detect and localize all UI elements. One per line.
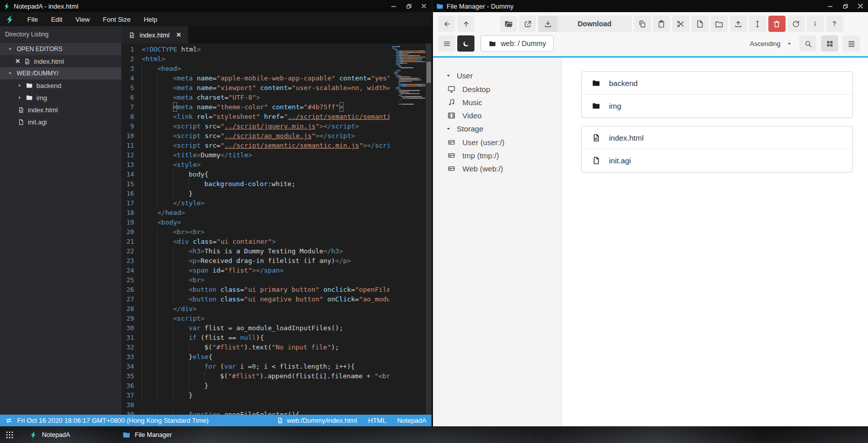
breadcrumb[interactable]: web: / Dummy <box>481 35 554 52</box>
code-token: href <box>264 112 280 121</box>
minimize-button[interactable] <box>822 0 838 12</box>
workspace-section[interactable]: WEB:/DUMMY/ <box>0 67 121 79</box>
minimap[interactable] <box>389 43 426 415</box>
upload-button[interactable] <box>730 16 747 32</box>
sidebar-item-video[interactable]: Video <box>433 109 561 122</box>
tab-close-icon[interactable]: ✕ <box>176 31 181 38</box>
tree-item-index-html[interactable]: index.html <box>0 104 121 116</box>
menu-edit[interactable]: Edit <box>45 12 69 26</box>
rename-button[interactable] <box>749 16 766 32</box>
view-list-button[interactable] <box>843 35 860 52</box>
line-number: 38 <box>121 400 142 410</box>
indent-guide <box>173 323 189 333</box>
indent-guide <box>157 237 173 246</box>
menu-font-size[interactable]: Font Size <box>96 12 137 26</box>
code-pane[interactable]: 1<!DOCTYPE html>2<html>3<head>4<meta nam… <box>121 43 389 415</box>
code-editor[interactable]: 1<!DOCTYPE html>2<html>3<head>4<meta nam… <box>121 43 431 415</box>
menu-button[interactable] <box>438 35 455 52</box>
up-button[interactable] <box>457 16 474 32</box>
code-token: function <box>189 410 221 415</box>
sidebar-item-web-web-[interactable]: Web (web:/) <box>433 162 561 175</box>
file-code-icon <box>591 134 600 142</box>
open-editor-item-index-html[interactable]: ✕ index.html <box>0 55 121 67</box>
file-row-img[interactable]: img <box>582 95 852 117</box>
sort-label: Ascending <box>750 40 780 48</box>
editor-tabbar: index.html ✕ <box>121 26 431 43</box>
sidebar-section-storage[interactable]: Storage <box>433 122 561 136</box>
code-token: meta <box>177 93 193 102</box>
tree-item-backend[interactable]: backend <box>0 79 121 92</box>
tree-item-init-agi[interactable]: init.agi <box>0 116 121 128</box>
back-button[interactable] <box>438 16 455 32</box>
delete-button[interactable] <box>768 16 786 32</box>
minimap-seg <box>408 54 408 55</box>
code-token: 0 <box>252 362 256 371</box>
download-button[interactable]: Download <box>538 16 632 32</box>
line-number: 1 <box>121 45 142 54</box>
file-row-label: backend <box>609 79 638 87</box>
open-editors-section[interactable]: OPEN EDITORS <box>0 43 121 55</box>
editor-scrollbar[interactable] <box>426 43 431 415</box>
scrollbar-thumb[interactable] <box>426 62 431 83</box>
sidebar-section-user[interactable]: User <box>433 69 561 82</box>
code-token: br <box>193 227 201 237</box>
tree-item-img[interactable]: img <box>0 92 121 104</box>
indent-guide <box>157 256 173 265</box>
close-button[interactable] <box>853 0 868 12</box>
minimize-button[interactable] <box>386 0 401 12</box>
sidebar-item-user-user-[interactable]: User (user:/) <box>433 136 561 149</box>
paste-button[interactable] <box>653 16 670 32</box>
info-button[interactable] <box>807 16 824 32</box>
apps-grid-icon[interactable] <box>5 430 14 439</box>
restore-button[interactable] <box>401 0 416 12</box>
restore-button[interactable] <box>838 0 853 12</box>
file-row-init-agi[interactable]: init.agi <box>582 149 852 172</box>
theme-toggle-button[interactable] <box>457 35 474 52</box>
arrow-left-icon <box>443 20 451 28</box>
menu-help[interactable]: Help <box>137 12 164 26</box>
file-row-backend[interactable]: backend <box>582 72 852 95</box>
search-button[interactable] <box>799 35 816 52</box>
file-row-index-html[interactable]: index.html <box>582 126 852 149</box>
line-number: 6 <box>121 93 142 102</box>
code-token: "No input file" <box>272 342 331 352</box>
code-line: 32$("#flist").text("No input file"); <box>121 342 389 352</box>
indent-guide <box>173 342 189 352</box>
filemanager-window: File Manager - Dummy Download? web: / Du… <box>431 0 868 426</box>
tab-index-html[interactable]: index.html ✕ <box>121 26 188 43</box>
minimap-seg <box>402 57 408 58</box>
cut-button[interactable] <box>672 16 689 32</box>
open-external-button[interactable] <box>519 16 536 32</box>
menu-file[interactable]: File <box>21 12 45 26</box>
sidebar-item-music[interactable]: Music <box>433 96 561 109</box>
help-button[interactable]: ? <box>826 16 843 32</box>
code-token: charset <box>197 93 225 102</box>
sort-dropdown[interactable]: Ascending <box>750 40 797 48</box>
taskbar-item-notepada[interactable]: NotepadA <box>29 431 70 439</box>
new-folder-button[interactable] <box>711 16 728 32</box>
taskbar-item-file-manager[interactable]: File Manager <box>122 431 172 439</box>
close-button[interactable] <box>416 0 431 12</box>
sidebar-item-tmp-tmp-[interactable]: tmp (tmp:/) <box>433 149 561 162</box>
sidebar-item-desktop[interactable]: Desktop <box>433 82 561 96</box>
minimap-indent <box>392 70 396 71</box>
new-file-button[interactable] <box>691 16 709 32</box>
copy-button[interactable] <box>634 16 651 32</box>
code-token: (flist == <box>197 333 240 342</box>
line-number: 26 <box>121 285 142 294</box>
file-row-label: init.agi <box>609 156 631 165</box>
open-button[interactable] <box>500 16 517 32</box>
menu-view[interactable]: View <box>69 12 96 26</box>
indent-guide <box>173 246 189 256</box>
minimap-seg <box>398 72 398 73</box>
view-grid-button[interactable] <box>821 35 838 52</box>
close-editor-icon[interactable]: ✕ <box>15 58 20 65</box>
code-line: 33}else{ <box>121 352 389 362</box>
refresh-button[interactable] <box>788 16 805 32</box>
code-token: ; i < flist.length; i++){ <box>256 362 355 371</box>
code-token: " <box>312 131 316 141</box>
code-token: { <box>204 169 208 179</box>
minimap-indent <box>392 54 396 55</box>
file-code-icon <box>277 417 283 424</box>
minimap-line <box>392 49 425 50</box>
